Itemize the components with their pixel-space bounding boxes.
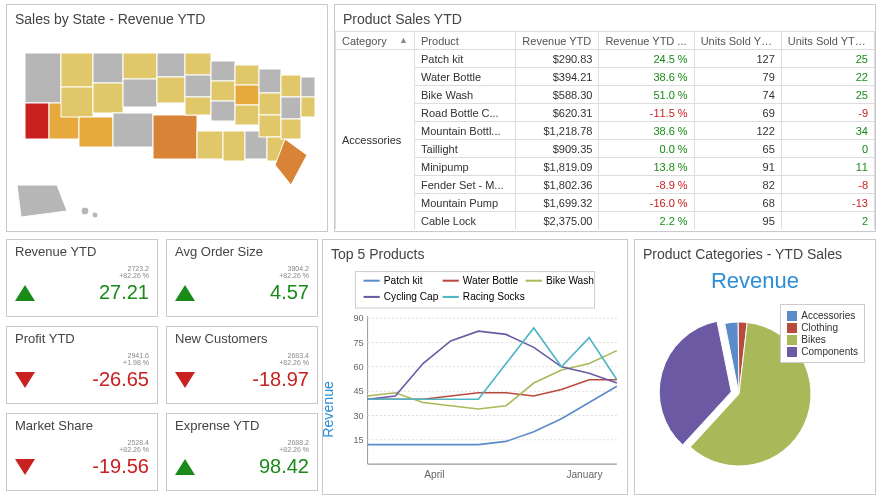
svg-marker-36 [17, 185, 67, 217]
svg-text:Patch kit: Patch kit [384, 275, 423, 286]
column-header[interactable]: Revenue YTD ... [599, 32, 694, 50]
cell: 51.0 % [599, 86, 694, 104]
table-row[interactable]: Water Bottle$394.2138.6 %7922 [336, 68, 875, 86]
cell: 0 [781, 140, 874, 158]
kpi-card[interactable]: Market Share2528.4+82.26 %-19.56 [6, 413, 158, 491]
cell: 2.2 % [599, 212, 694, 230]
x-tick: April [424, 469, 444, 480]
cell: Mountain Pump [415, 194, 516, 212]
svg-rect-34 [301, 77, 315, 97]
kpi-title: New Customers [175, 331, 309, 346]
kpi-subtext: 2723.2+82.26 % [15, 265, 149, 279]
kpi-value: 27.21 [99, 281, 149, 304]
legend-item[interactable]: Components [787, 346, 858, 357]
us-map[interactable] [7, 31, 327, 229]
cell: 82 [694, 176, 781, 194]
table-header-row[interactable]: Category▲ProductRevenue YTDRevenue YTD .… [336, 32, 875, 50]
cell: 2 [781, 212, 874, 230]
cell: $290.83 [516, 50, 599, 68]
cell: Bike Wash [415, 86, 516, 104]
svg-rect-16 [185, 97, 211, 115]
kpi-card[interactable]: New Customers2683.4+82.26 %-18.97 [166, 326, 318, 404]
svg-rect-6 [93, 53, 123, 83]
kpi-subtext: 3804.2+82.26 % [175, 265, 309, 279]
kpi-value: -19.56 [92, 455, 149, 478]
table-row[interactable]: Minipump$1,819.0913.8 %9111 [336, 158, 875, 176]
legend-item[interactable]: Bikes [787, 334, 858, 345]
svg-rect-21 [223, 131, 245, 161]
cell: Cable Lock [415, 212, 516, 230]
cell: 13.8 % [599, 158, 694, 176]
cell: 38.6 % [599, 122, 694, 140]
kpi-value: -18.97 [252, 368, 309, 391]
svg-text:Water Bottle: Water Bottle [463, 275, 519, 286]
kpi-card[interactable]: Revenue YTD2723.2+82.26 %27.21 [6, 239, 158, 317]
column-header[interactable]: Units Sold YTD [694, 32, 781, 50]
cell: Mountain Bottl... [415, 122, 516, 140]
cell: -9 [781, 104, 874, 122]
svg-rect-35 [301, 97, 315, 117]
svg-rect-20 [211, 101, 235, 121]
kpi-card[interactable]: Exprense YTD2688.2+82.26 %98.42 [166, 413, 318, 491]
kpi-subtext: 2688.2+82.26 % [175, 439, 309, 453]
kpi-subtext: 2528.4+82.26 % [15, 439, 149, 453]
line-chart[interactable]: Patch kitWater BottleBike WashCycling Ca… [323, 266, 627, 492]
column-header[interactable]: Revenue YTD [516, 32, 599, 50]
table-row[interactable]: Cable Lock$2,375.002.2 %952 [336, 212, 875, 230]
trend-up-icon [15, 285, 35, 301]
svg-rect-28 [259, 115, 281, 137]
top-5-products-panel: Top 5 Products Patch kitWater BottleBike… [322, 239, 628, 495]
cell: 25 [781, 50, 874, 68]
legend-item[interactable]: Clothing [787, 322, 858, 333]
legend-swatch [787, 335, 797, 345]
column-header[interactable]: Units Sold YTD ... [781, 32, 874, 50]
svg-text:Bike Wash: Bike Wash [546, 275, 594, 286]
table-scroll[interactable]: Category▲ProductRevenue YTDRevenue YTD .… [335, 31, 875, 229]
kpi-card[interactable]: Avg Order Size3804.2+82.26 %4.57 [166, 239, 318, 317]
panel-title: Product Sales YTD [335, 5, 875, 31]
table-row[interactable]: AccessoriesPatch kit$290.8324.5 %12725 [336, 50, 875, 68]
y-axis-label: Revenue [323, 381, 336, 438]
svg-text:90: 90 [353, 313, 363, 323]
svg-rect-17 [197, 131, 223, 159]
series-line [368, 328, 617, 399]
product-sales-table[interactable]: Category▲ProductRevenue YTDRevenue YTD .… [335, 31, 875, 229]
legend-swatch [787, 323, 797, 333]
cell: 34 [781, 122, 874, 140]
table-row[interactable]: Road Bottle C...$620.31-11.5 %69-9 [336, 104, 875, 122]
trend-down-icon [15, 459, 35, 475]
svg-rect-27 [259, 93, 281, 115]
cell: 25 [781, 86, 874, 104]
panel-title: Top 5 Products [323, 240, 627, 266]
legend-swatch [787, 311, 797, 321]
kpi-title: Market Share [15, 418, 149, 433]
svg-rect-3 [61, 53, 93, 87]
svg-point-38 [92, 212, 98, 218]
table-row[interactable]: Mountain Pump$1,699.32-16.0 %68-13 [336, 194, 875, 212]
sort-asc-icon: ▲ [399, 35, 408, 45]
svg-rect-14 [185, 53, 211, 75]
kpi-card[interactable]: Profit YTD2941.6+1.98 %-26.65 [6, 326, 158, 404]
table-row[interactable]: Mountain Bottl...$1,218.7838.6 %12234 [336, 122, 875, 140]
column-header[interactable]: Product [415, 32, 516, 50]
kpi-value: 4.57 [270, 281, 309, 304]
table-row[interactable]: Fender Set - M...$1,802.36-8.9 %82-8 [336, 176, 875, 194]
cell: $1,802.36 [516, 176, 599, 194]
cell: Fender Set - M... [415, 176, 516, 194]
cell: 79 [694, 68, 781, 86]
legend-item[interactable]: Accessories [787, 310, 858, 321]
panel-title: Product Categories - YTD Sales [635, 240, 875, 266]
table-row[interactable]: Taillight$909.350.0 %650 [336, 140, 875, 158]
cell: Patch kit [415, 50, 516, 68]
cell: $909.35 [516, 140, 599, 158]
cell: Taillight [415, 140, 516, 158]
column-header[interactable]: Category▲ [336, 32, 415, 50]
svg-point-37 [81, 207, 89, 215]
cell: -11.5 % [599, 104, 694, 122]
kpi-value: 98.42 [259, 455, 309, 478]
svg-rect-0 [25, 53, 61, 103]
svg-rect-13 [153, 115, 197, 159]
table-row[interactable]: Bike Wash$588.3051.0 %7425 [336, 86, 875, 104]
svg-rect-5 [79, 117, 113, 147]
cell: 24.5 % [599, 50, 694, 68]
